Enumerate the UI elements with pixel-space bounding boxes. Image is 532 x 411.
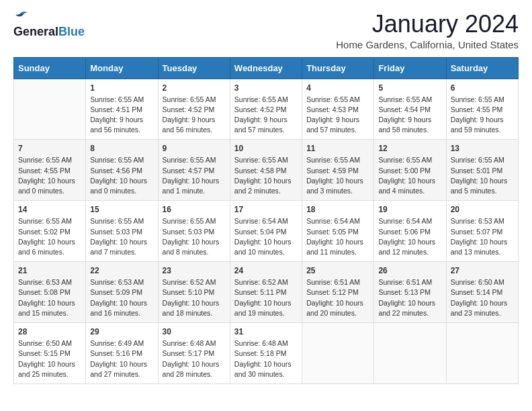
calendar-cell: 28Sunrise: 6:50 AM Sunset: 5:15 PM Dayli… <box>14 323 86 384</box>
day-of-week-header: Sunday <box>14 57 86 79</box>
day-number: 1 <box>90 83 153 93</box>
day-number: 24 <box>234 266 298 275</box>
calendar-cell: 22Sunrise: 6:53 AM Sunset: 5:09 PM Dayli… <box>86 262 158 323</box>
calendar-cell: 11Sunrise: 6:55 AM Sunset: 4:59 PM Dayli… <box>302 140 374 201</box>
calendar-cell: 12Sunrise: 6:55 AM Sunset: 5:00 PM Dayli… <box>374 140 446 201</box>
day-number: 9 <box>163 144 226 153</box>
day-info: Sunrise: 6:55 AM Sunset: 4:54 PM Dayligh… <box>378 95 441 136</box>
calendar-cell: 20Sunrise: 6:53 AM Sunset: 5:07 PM Dayli… <box>446 201 518 262</box>
day-info: Sunrise: 6:55 AM Sunset: 5:00 PM Dayligh… <box>378 155 441 196</box>
day-info: Sunrise: 6:50 AM Sunset: 5:15 PM Dayligh… <box>18 338 81 379</box>
title-area: January 2024 Home Gardens, California, U… <box>336 11 519 50</box>
logo-general-text: General <box>13 26 58 38</box>
calendar-cell: 31Sunrise: 6:48 AM Sunset: 5:18 PM Dayli… <box>230 323 302 384</box>
calendar-table: SundayMondayTuesdayWednesdayThursdayFrid… <box>13 57 519 384</box>
calendar-cell: 19Sunrise: 6:54 AM Sunset: 5:06 PM Dayli… <box>374 201 446 262</box>
day-info: Sunrise: 6:49 AM Sunset: 5:16 PM Dayligh… <box>90 338 153 379</box>
day-info: Sunrise: 6:55 AM Sunset: 4:58 PM Dayligh… <box>234 155 298 196</box>
day-info: Sunrise: 6:55 AM Sunset: 5:02 PM Dayligh… <box>18 216 81 257</box>
day-info: Sunrise: 6:55 AM Sunset: 4:55 PM Dayligh… <box>451 95 514 136</box>
day-number: 6 <box>451 83 514 93</box>
day-number: 15 <box>90 205 153 214</box>
calendar-week-row: 14Sunrise: 6:55 AM Sunset: 5:02 PM Dayli… <box>14 201 519 262</box>
day-number: 2 <box>163 83 226 93</box>
day-of-week-header: Friday <box>374 57 446 79</box>
calendar-cell <box>302 323 374 384</box>
main-title: January 2024 <box>336 11 519 38</box>
day-number: 8 <box>90 144 153 153</box>
calendar-cell: 6Sunrise: 6:55 AM Sunset: 4:55 PM Daylig… <box>446 79 518 140</box>
calendar-cell: 24Sunrise: 6:52 AM Sunset: 5:11 PM Dayli… <box>230 262 302 323</box>
day-number: 14 <box>18 205 81 214</box>
day-info: Sunrise: 6:52 AM Sunset: 5:11 PM Dayligh… <box>234 277 298 318</box>
day-info: Sunrise: 6:54 AM Sunset: 5:05 PM Dayligh… <box>306 216 369 257</box>
calendar-cell: 14Sunrise: 6:55 AM Sunset: 5:02 PM Dayli… <box>14 201 86 262</box>
day-info: Sunrise: 6:55 AM Sunset: 5:01 PM Dayligh… <box>451 155 514 196</box>
day-info: Sunrise: 6:54 AM Sunset: 5:04 PM Dayligh… <box>234 216 298 257</box>
logo-bird-icon <box>13 11 28 23</box>
day-number: 20 <box>451 205 514 214</box>
day-number: 29 <box>90 327 153 336</box>
day-number: 11 <box>306 144 369 153</box>
calendar-cell: 23Sunrise: 6:52 AM Sunset: 5:10 PM Dayli… <box>158 262 230 323</box>
day-of-week-header: Wednesday <box>230 57 302 79</box>
calendar-cell: 13Sunrise: 6:55 AM Sunset: 5:01 PM Dayli… <box>446 140 518 201</box>
sub-title: Home Gardens, California, United States <box>336 39 519 50</box>
calendar-header-row: SundayMondayTuesdayWednesdayThursdayFrid… <box>14 57 519 79</box>
day-number: 21 <box>18 266 81 275</box>
calendar-cell: 25Sunrise: 6:51 AM Sunset: 5:12 PM Dayli… <box>302 262 374 323</box>
day-of-week-header: Saturday <box>446 57 518 79</box>
day-info: Sunrise: 6:51 AM Sunset: 5:13 PM Dayligh… <box>378 277 441 318</box>
day-info: Sunrise: 6:50 AM Sunset: 5:14 PM Dayligh… <box>451 277 514 318</box>
calendar-cell: 9Sunrise: 6:55 AM Sunset: 4:57 PM Daylig… <box>158 140 230 201</box>
day-number: 22 <box>90 266 153 275</box>
day-info: Sunrise: 6:53 AM Sunset: 5:08 PM Dayligh… <box>18 277 81 318</box>
day-info: Sunrise: 6:48 AM Sunset: 5:18 PM Dayligh… <box>234 338 298 379</box>
calendar-cell: 3Sunrise: 6:55 AM Sunset: 4:52 PM Daylig… <box>230 79 302 140</box>
calendar-cell: 5Sunrise: 6:55 AM Sunset: 4:54 PM Daylig… <box>374 79 446 140</box>
calendar-cell: 17Sunrise: 6:54 AM Sunset: 5:04 PM Dayli… <box>230 201 302 262</box>
calendar-cell: 16Sunrise: 6:55 AM Sunset: 5:03 PM Dayli… <box>158 201 230 262</box>
calendar-cell: 21Sunrise: 6:53 AM Sunset: 5:08 PM Dayli… <box>14 262 86 323</box>
calendar-cell: 1Sunrise: 6:55 AM Sunset: 4:51 PM Daylig… <box>86 79 158 140</box>
day-number: 5 <box>378 83 441 93</box>
day-number: 28 <box>18 327 81 336</box>
day-info: Sunrise: 6:53 AM Sunset: 5:09 PM Dayligh… <box>90 277 153 318</box>
calendar-cell: 18Sunrise: 6:54 AM Sunset: 5:05 PM Dayli… <box>302 201 374 262</box>
day-info: Sunrise: 6:55 AM Sunset: 4:56 PM Dayligh… <box>90 155 153 196</box>
calendar-cell: 7Sunrise: 6:55 AM Sunset: 4:55 PM Daylig… <box>14 140 86 201</box>
day-of-week-header: Tuesday <box>158 57 230 79</box>
day-info: Sunrise: 6:55 AM Sunset: 5:03 PM Dayligh… <box>163 216 226 257</box>
day-number: 16 <box>163 205 226 214</box>
day-of-week-header: Monday <box>86 57 158 79</box>
day-number: 31 <box>234 327 298 336</box>
day-info: Sunrise: 6:52 AM Sunset: 5:10 PM Dayligh… <box>163 277 226 318</box>
calendar-cell: 29Sunrise: 6:49 AM Sunset: 5:16 PM Dayli… <box>86 323 158 384</box>
day-info: Sunrise: 6:55 AM Sunset: 4:52 PM Dayligh… <box>163 95 226 136</box>
day-of-week-header: Thursday <box>302 57 374 79</box>
calendar-week-row: 28Sunrise: 6:50 AM Sunset: 5:15 PM Dayli… <box>14 323 519 384</box>
day-number: 23 <box>163 266 226 275</box>
calendar-cell: 30Sunrise: 6:48 AM Sunset: 5:17 PM Dayli… <box>158 323 230 384</box>
calendar-cell: 10Sunrise: 6:55 AM Sunset: 4:58 PM Dayli… <box>230 140 302 201</box>
day-info: Sunrise: 6:55 AM Sunset: 5:03 PM Dayligh… <box>90 216 153 257</box>
calendar-cell <box>374 323 446 384</box>
day-number: 12 <box>378 144 441 153</box>
day-number: 19 <box>378 205 441 214</box>
calendar-cell: 2Sunrise: 6:55 AM Sunset: 4:52 PM Daylig… <box>158 79 230 140</box>
day-number: 30 <box>163 327 226 336</box>
day-number: 27 <box>451 266 514 275</box>
calendar-week-row: 21Sunrise: 6:53 AM Sunset: 5:08 PM Dayli… <box>14 262 519 323</box>
day-number: 26 <box>378 266 441 275</box>
calendar-cell: 15Sunrise: 6:55 AM Sunset: 5:03 PM Dayli… <box>86 201 158 262</box>
calendar-cell: 26Sunrise: 6:51 AM Sunset: 5:13 PM Dayli… <box>374 262 446 323</box>
calendar-week-row: 7Sunrise: 6:55 AM Sunset: 4:55 PM Daylig… <box>14 140 519 201</box>
day-info: Sunrise: 6:55 AM Sunset: 4:59 PM Dayligh… <box>306 155 369 196</box>
day-info: Sunrise: 6:54 AM Sunset: 5:06 PM Dayligh… <box>378 216 441 257</box>
day-info: Sunrise: 6:55 AM Sunset: 4:55 PM Dayligh… <box>18 155 81 196</box>
day-info: Sunrise: 6:55 AM Sunset: 4:53 PM Dayligh… <box>306 95 369 136</box>
day-number: 4 <box>306 83 369 93</box>
day-info: Sunrise: 6:55 AM Sunset: 4:51 PM Dayligh… <box>90 95 153 136</box>
day-info: Sunrise: 6:53 AM Sunset: 5:07 PM Dayligh… <box>451 216 514 257</box>
day-info: Sunrise: 6:51 AM Sunset: 5:12 PM Dayligh… <box>306 277 369 318</box>
